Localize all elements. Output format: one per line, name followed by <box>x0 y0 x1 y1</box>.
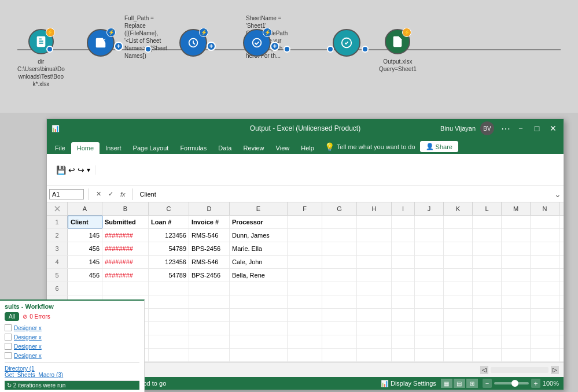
cell-g4[interactable] <box>322 256 357 268</box>
col-header-e[interactable]: E <box>230 202 288 215</box>
cell-b1[interactable]: Submitted <box>102 216 149 228</box>
cell-d1[interactable]: Invoice # <box>189 216 230 228</box>
customize-icon[interactable]: ▾ <box>87 166 90 174</box>
cell-j5[interactable] <box>415 269 444 282</box>
tab-insert[interactable]: Insert <box>100 142 127 154</box>
list-item[interactable]: Designer x <box>5 332 139 342</box>
col-header-l[interactable]: L <box>473 202 502 215</box>
tab-home[interactable]: Home <box>71 142 100 154</box>
page-break-view-btn[interactable]: ⊞ <box>466 379 478 388</box>
cell-b4[interactable]: ######## <box>102 256 149 268</box>
formula-input[interactable] <box>138 190 552 199</box>
workflow-node-5[interactable] <box>333 29 360 57</box>
list-item[interactable]: Designer x <box>5 342 139 351</box>
cell-m1[interactable] <box>502 216 531 228</box>
cell-n3[interactable] <box>531 242 559 255</box>
tab-help[interactable]: Help <box>295 142 320 154</box>
close-btn[interactable]: ✕ <box>547 123 559 134</box>
cell-c1[interactable]: Loan # <box>149 216 189 228</box>
col-header-d[interactable]: D <box>189 202 230 215</box>
cell-l4[interactable] <box>473 256 502 268</box>
cell-j1[interactable] <box>415 216 444 228</box>
cell-h2[interactable] <box>357 229 392 242</box>
cell-m2[interactable] <box>502 229 531 242</box>
cell-a2[interactable]: 145 <box>68 229 102 242</box>
formula-expand-icon[interactable]: ⌄ <box>554 190 561 199</box>
item-link-4[interactable]: Designer x <box>14 353 42 359</box>
cell-g3[interactable] <box>322 242 357 255</box>
cell-m3[interactable] <box>502 242 531 255</box>
cell-f2[interactable] <box>288 229 322 242</box>
confirm-icon[interactable]: ✓ <box>106 189 116 199</box>
cell-e2[interactable]: Dunn, James <box>230 229 288 242</box>
plus-connector-1[interactable]: + <box>114 42 123 51</box>
tab-review[interactable]: Review <box>237 142 270 154</box>
scroll-right-btn[interactable]: ▷ <box>551 366 559 374</box>
cell-c5[interactable]: 54789 <box>149 269 189 282</box>
workflow-node-1[interactable]: ⚡ dirC:\Users\binua\Downloads\Test\Book*… <box>17 29 65 88</box>
cell-h4[interactable] <box>357 256 392 268</box>
cell-i1[interactable] <box>392 216 415 228</box>
cell-k4[interactable] <box>444 256 473 268</box>
cell-j4[interactable] <box>415 256 444 268</box>
item-checkbox-3[interactable] <box>5 343 12 350</box>
undo-icon[interactable]: ↩ <box>68 165 75 175</box>
cell-a5[interactable]: 456 <box>68 269 102 282</box>
node-5-icon[interactable] <box>333 29 360 57</box>
cell-f3[interactable] <box>288 242 322 255</box>
cell-l5[interactable] <box>473 269 502 282</box>
cell-j3[interactable] <box>415 242 444 255</box>
save-icon[interactable]: 💾 <box>56 165 66 175</box>
tell-me-section[interactable]: 💡 Tell me what you want to do <box>325 142 415 154</box>
col-header-h[interactable]: H <box>357 202 392 215</box>
col-header-g[interactable]: G <box>322 202 357 215</box>
zoom-out-btn[interactable]: － <box>483 379 492 388</box>
cell-h5[interactable] <box>357 269 392 282</box>
cell-k3[interactable] <box>444 242 473 255</box>
cell-i3[interactable] <box>392 242 415 255</box>
cell-n1[interactable] <box>531 216 559 228</box>
cell-b3[interactable]: ######## <box>102 242 149 255</box>
cell-l2[interactable] <box>473 229 502 242</box>
cell-d2[interactable]: RMS-546 <box>189 229 230 242</box>
node-6-icon[interactable]: ⚡ <box>385 29 410 54</box>
col-header-n[interactable]: N <box>531 202 559 215</box>
item-checkbox-1[interactable] <box>5 324 12 331</box>
cell-i2[interactable] <box>392 229 415 242</box>
cell-h3[interactable] <box>357 242 392 255</box>
cell-f1[interactable] <box>288 216 322 228</box>
cell-g1[interactable] <box>322 216 357 228</box>
item-checkbox-4[interactable] <box>5 352 12 359</box>
cell-c2[interactable]: 123456 <box>149 229 189 242</box>
cell-n4[interactable] <box>531 256 559 268</box>
col-header-m[interactable]: M <box>502 202 531 215</box>
cell-j2[interactable] <box>415 229 444 242</box>
item-checkbox-2[interactable] <box>5 334 12 341</box>
cell-k2[interactable] <box>444 229 473 242</box>
tab-data[interactable]: Data <box>212 142 237 154</box>
footer-link-1[interactable]: Directory (1 <box>5 365 139 372</box>
footer-link-2[interactable]: Get_Sheets_Macro (3) <box>5 372 139 378</box>
cell-m5[interactable] <box>502 269 531 282</box>
cell-f5[interactable] <box>288 269 322 282</box>
cell-d4[interactable]: RMS-546 <box>189 256 230 268</box>
col-header-k[interactable]: K <box>444 202 473 215</box>
cell-a1[interactable]: Client <box>68 216 102 228</box>
workflow-node-2[interactable]: ⚡ <box>87 29 115 57</box>
fx-icon[interactable]: fx <box>118 190 128 199</box>
cell-e1[interactable]: Processor <box>230 216 288 228</box>
workflow-node-4[interactable]: ⚡ <box>243 29 271 57</box>
cell-d3[interactable]: BPS-2456 <box>189 242 230 255</box>
col-header-b[interactable]: B <box>102 202 149 215</box>
item-link-2[interactable]: Designer x <box>14 334 42 341</box>
cell-b2[interactable]: ######## <box>102 229 149 242</box>
cell-k5[interactable] <box>444 269 473 282</box>
cell-d5[interactable]: BPS-2456 <box>189 269 230 282</box>
share-button[interactable]: 👤 Share <box>420 141 458 152</box>
col-header-c[interactable]: C <box>149 202 189 215</box>
cancel-icon[interactable]: ✕ <box>94 189 104 199</box>
item-link-3[interactable]: Designer x <box>14 343 42 350</box>
cell-e5[interactable]: Bella, Rene <box>230 269 288 282</box>
cell-i4[interactable] <box>392 256 415 268</box>
cell-a4[interactable]: 145 <box>68 256 102 268</box>
